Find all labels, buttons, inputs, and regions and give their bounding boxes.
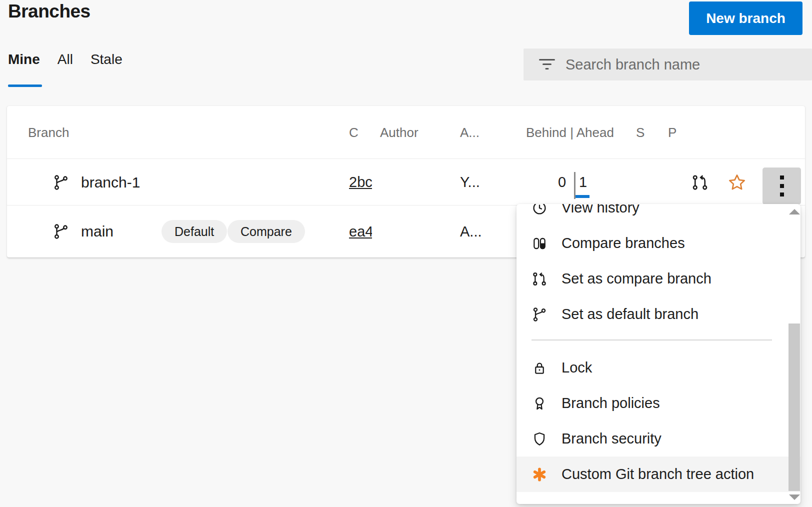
default-badge-cell: Default xyxy=(162,206,227,258)
git-branch-icon xyxy=(532,306,548,322)
column-header-authored-date[interactable]: A... xyxy=(460,106,480,159)
menu-divider xyxy=(532,340,772,340)
column-header-author[interactable]: Author xyxy=(380,106,418,159)
search-input[interactable] xyxy=(566,56,800,73)
column-header-branch[interactable]: Branch xyxy=(28,106,69,159)
menu-item-compare-branches[interactable]: Compare branches xyxy=(516,226,788,261)
table-header-row: Branch C Author A... Behind | Ahead S P xyxy=(7,106,805,159)
menu-item-label: Set as default branch xyxy=(562,306,698,322)
menu-item-set-as-default-branch[interactable]: Set as default branch xyxy=(516,296,788,332)
branch-search-box[interactable] xyxy=(524,48,812,80)
menu-item-branch-security[interactable]: Branch security xyxy=(516,421,788,456)
active-tab-underline xyxy=(8,84,42,87)
behind-count: 0 xyxy=(558,160,566,205)
menu-item-branch-policies[interactable]: Branch policies xyxy=(516,386,788,421)
scroll-up-icon[interactable] xyxy=(789,209,800,214)
page-title: Branches xyxy=(8,1,90,22)
compare-badge[interactable]: Compare xyxy=(228,220,305,243)
security-shield-icon xyxy=(532,431,548,447)
menu-item-lock[interactable]: Lock xyxy=(516,350,788,386)
commit-link[interactable]: ea4 xyxy=(349,224,372,240)
menu-item-label: Custom Git branch tree action xyxy=(562,466,754,482)
branch-name[interactable]: branch-1 xyxy=(81,160,140,205)
branch-filter-tabs: Mine All Stale xyxy=(8,52,122,68)
menu-item-label: Compare branches xyxy=(562,235,685,252)
history-clock-icon xyxy=(532,204,548,216)
scroll-down-icon[interactable] xyxy=(789,494,800,500)
authored-date: Y... xyxy=(460,160,480,205)
column-header-behind-ahead[interactable]: Behind | Ahead xyxy=(526,106,614,159)
favorite-star-icon[interactable] xyxy=(727,160,747,205)
menu-item-label: Lock xyxy=(562,360,592,376)
column-header-commit[interactable]: C xyxy=(349,106,358,159)
menu-item-label: Branch security xyxy=(562,430,662,447)
git-branch-icon xyxy=(52,206,70,258)
set-compare-branch-icon[interactable] xyxy=(691,160,709,205)
ahead-bar xyxy=(576,195,590,198)
context-menu-list: View history Compare branches Set as xyxy=(516,204,788,492)
menu-item-label: Branch policies xyxy=(562,395,660,412)
more-options-icon xyxy=(780,176,784,196)
menu-item-set-as-compare-branch[interactable]: Set as compare branch xyxy=(516,261,788,296)
new-branch-button[interactable]: New branch xyxy=(689,2,802,35)
branch-context-menu: View history Compare branches Set as xyxy=(516,204,800,504)
git-branch-icon xyxy=(52,160,70,205)
compare-branches-icon xyxy=(532,236,548,252)
scrollbar-thumb[interactable] xyxy=(788,324,800,491)
menu-item-custom-git-branch-tree-action[interactable]: Custom Git branch tree action xyxy=(516,456,800,492)
menu-item-label: View history xyxy=(562,204,640,216)
authored-date: A... xyxy=(460,206,482,258)
table-row-branch-1[interactable]: branch-1 2bc Y... 0 1 xyxy=(7,160,805,206)
more-options-button[interactable] xyxy=(762,168,801,204)
asterisk-icon xyxy=(532,466,548,482)
tab-mine[interactable]: Mine xyxy=(8,52,40,68)
menu-scrollbar[interactable] xyxy=(788,204,800,504)
policies-ribbon-icon xyxy=(532,396,548,412)
commit-cell: ea4 xyxy=(349,206,372,258)
branch-name[interactable]: main xyxy=(81,206,114,258)
menu-item-label: Set as compare branch xyxy=(562,270,712,287)
lock-icon xyxy=(532,360,548,376)
filter-icon xyxy=(538,58,556,71)
default-badge: Default xyxy=(162,220,227,243)
tab-all[interactable]: All xyxy=(58,52,73,68)
ahead-count: 1 xyxy=(579,160,587,205)
column-header-pull-request[interactable]: P xyxy=(668,106,676,159)
set-compare-branch-icon xyxy=(532,271,548,287)
column-header-status[interactable]: S xyxy=(636,106,644,159)
commit-cell: 2bc xyxy=(349,160,372,205)
tab-stale[interactable]: Stale xyxy=(90,52,122,68)
compare-badge-cell: Compare xyxy=(228,206,305,258)
commit-link[interactable]: 2bc xyxy=(349,174,372,190)
menu-item-view-history[interactable]: View history xyxy=(516,204,788,226)
